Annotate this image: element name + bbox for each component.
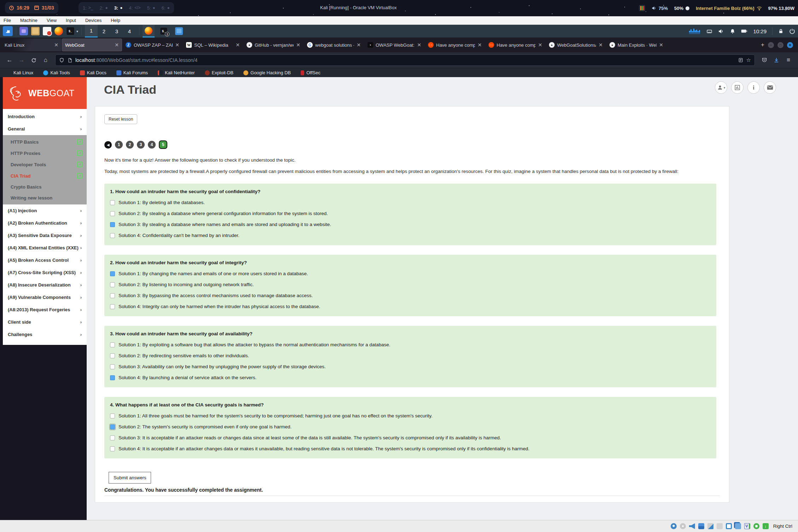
previous-page-button[interactable]: ◀ — [104, 141, 112, 149]
browser-tab[interactable]: webgoat solutions -✕ — [304, 39, 364, 51]
seamless-mode-status-icon[interactable] — [735, 523, 741, 529]
vbox-menu-item[interactable]: Input — [66, 18, 76, 23]
sidebar-item--a4-xml-external-entities-xxe-[interactable]: (A4) XML External Entities (XXE)› — [3, 242, 87, 254]
bookmark-item[interactable]: Kali NetHunter — [158, 70, 195, 75]
host-workspace-item[interactable]: 5:● — [147, 5, 155, 11]
quiz-checkbox[interactable] — [110, 414, 115, 418]
browser-tab[interactable]: Have anyone comple✕ — [485, 39, 545, 51]
lesson-page-button[interactable]: 5 — [159, 140, 167, 149]
kali-menu-button[interactable] — [3, 26, 13, 36]
quiz-checkbox[interactable] — [110, 200, 115, 205]
tab-close-icon[interactable]: ✕ — [175, 42, 179, 48]
optical-disc-status-icon[interactable] — [680, 523, 686, 529]
tracking-shield-icon[interactable] — [59, 57, 64, 63]
network-tray-icon[interactable] — [706, 28, 712, 34]
open-window-firefox[interactable] — [143, 25, 155, 37]
sidebar-item--a3-sensitive-data-exposure[interactable]: (A3) Sensitive Data Exposure› — [3, 229, 87, 242]
minimize-button[interactable]: – — [768, 42, 774, 48]
audio-status-icon[interactable] — [689, 523, 695, 529]
about-button[interactable]: i — [747, 81, 760, 94]
bookmark-item[interactable]: Google Hacking DB — [243, 70, 291, 75]
tab-close-icon[interactable]: ✕ — [538, 42, 542, 48]
shared-folders-status-icon[interactable] — [717, 523, 723, 529]
lesson-page-button[interactable]: 2 — [126, 141, 134, 149]
browser-tab[interactable]: SQL – Wikipedia✕ — [183, 39, 243, 51]
host-wifi-indicator[interactable]: Internet Familie Bolz (66%) — [696, 6, 762, 11]
lock-screen-icon[interactable] — [778, 28, 783, 34]
browser-tab[interactable]: Main Exploits · WebG✕ — [606, 39, 666, 51]
contact-button[interactable] — [764, 81, 776, 94]
sidebar-item-general[interactable]: General› — [3, 123, 87, 135]
bookmark-item[interactable]: Kali Forums — [116, 70, 148, 75]
menu-hamburger-icon[interactable]: ≡ — [783, 55, 794, 65]
bookmark-item[interactable]: Kali Linux — [6, 70, 33, 75]
sidebar-item--a8-insecure-deserialization[interactable]: (A8) Insecure Deserialization› — [3, 279, 87, 291]
downloads-icon[interactable] — [771, 55, 782, 65]
tab-close-icon[interactable]: ✕ — [659, 42, 663, 48]
quiz-checkbox[interactable] — [110, 342, 115, 347]
tab-close-icon[interactable]: ✕ — [115, 42, 119, 48]
hdd-status-icon[interactable] — [671, 523, 677, 529]
browser-tab[interactable]: WebGoatSolutions/S✕ — [546, 39, 606, 51]
battery-tray-icon[interactable] — [741, 28, 747, 34]
sidebar-item--a1-injection[interactable]: (A1) Injection› — [3, 204, 87, 217]
sidebar-subitem-cia-triad[interactable]: CIA Triad✓ — [3, 170, 87, 181]
open-window-files[interactable] — [173, 25, 185, 37]
virtualbox-tray-icon[interactable] — [639, 5, 645, 11]
vbox-menu-item[interactable]: Help — [111, 18, 120, 23]
sidebar-item--a9-vulnerable-components[interactable]: (A9) Vulnerable Components› — [3, 291, 87, 303]
app-launcher-icon[interactable] — [19, 27, 28, 35]
host-workspace-item[interactable]: 1:>_ — [83, 5, 93, 11]
quiz-checkbox[interactable] — [110, 282, 115, 287]
reader-view-icon[interactable] — [738, 58, 743, 63]
host-volume-indicator[interactable]: 75% — [652, 6, 668, 11]
lesson-page-button[interactable]: 1 — [115, 141, 123, 149]
url-text[interactable]: localhost:8080/WebGoat/start.mvc#lesson/… — [75, 57, 735, 63]
host-brightness-indicator[interactable]: 50% — [674, 6, 689, 11]
vbox-menu-item[interactable]: View — [47, 18, 57, 23]
new-tab-button[interactable]: + — [757, 40, 768, 50]
vbox-features-indicator-icon[interactable]: V — [744, 523, 750, 529]
quiz-checkbox[interactable] — [110, 375, 115, 380]
vbox-menu-item[interactable]: File — [4, 18, 11, 23]
sidebar-item--a2-broken-authentication[interactable]: (A2) Broken Authentication› — [3, 217, 87, 229]
volume-tray-icon[interactable] — [718, 28, 724, 34]
tab-close-icon[interactable]: ✕ — [598, 42, 603, 48]
quiz-checkbox[interactable] — [110, 233, 115, 238]
tab-close-icon[interactable]: ✕ — [417, 42, 421, 48]
browser-tab[interactable]: OWASP WebGoat: G✕ — [364, 39, 424, 51]
maximize-button[interactable]: □ — [777, 42, 783, 48]
quiz-checkbox[interactable] — [110, 353, 115, 358]
taskbar-workspace-button[interactable]: 3 — [110, 25, 123, 37]
tab-close-icon[interactable]: ✕ — [478, 42, 482, 48]
bookmark-item[interactable]: Kali Tools — [43, 70, 70, 75]
browser-tab[interactable]: GitHub - vernjan/we✕ — [243, 39, 303, 51]
text-editor-launcher-icon[interactable] — [43, 27, 51, 35]
tab-close-icon[interactable]: ✕ — [54, 42, 58, 48]
reload-button[interactable] — [28, 55, 39, 65]
quiz-checkbox[interactable] — [110, 222, 115, 227]
lesson-page-button[interactable]: 3 — [137, 141, 145, 149]
taskbar-workspace-button[interactable]: 4 — [123, 25, 136, 37]
quiz-checkbox[interactable] — [110, 364, 115, 369]
guest-clock[interactable]: 10:29 — [753, 28, 767, 34]
tab-close-icon[interactable]: ✕ — [236, 42, 240, 48]
lesson-page-button[interactable]: 4 — [148, 141, 156, 149]
sidebar-item-introduction[interactable]: Introduction› — [3, 110, 87, 123]
taskbar-workspace-button[interactable]: 2 — [98, 25, 110, 37]
vbox-menu-item[interactable]: Devices — [85, 18, 102, 23]
quiz-checkbox[interactable] — [110, 293, 115, 298]
sidebar-item--a8-2013-request-forgeries[interactable]: (A8:2013) Request Forgeries› — [3, 303, 87, 316]
terminal-dropdown-caret[interactable]: ▾ — [76, 29, 78, 33]
forward-button[interactable]: → — [16, 55, 27, 65]
reset-lesson-button[interactable]: Reset lesson — [104, 114, 137, 124]
bookmark-star-icon[interactable]: ☆ — [746, 57, 751, 63]
sidebar-item-client-side[interactable]: Client side› — [3, 316, 87, 328]
firefox-launcher-icon[interactable] — [54, 27, 63, 35]
host-workspace-item[interactable]: 6:● — [162, 5, 170, 11]
quiz-checkbox[interactable] — [110, 424, 115, 429]
browser-tab[interactable]: Kali Linux✕ — [1, 39, 62, 51]
bookmark-item[interactable]: OffSec — [301, 70, 320, 75]
terminal-launcher-icon[interactable]: $_ — [66, 27, 75, 35]
tab-close-icon[interactable]: ✕ — [296, 42, 300, 48]
